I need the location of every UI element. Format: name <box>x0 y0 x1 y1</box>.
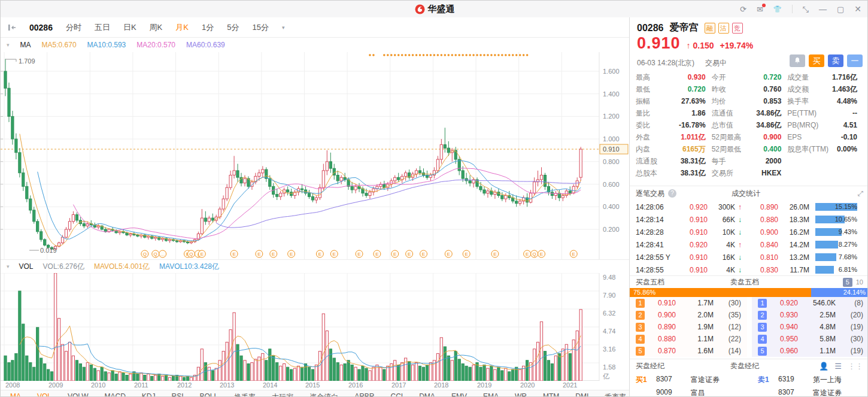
indicator-tab-资金流向[interactable]: 资金流向 <box>309 392 338 397</box>
indicator-tab-EMA[interactable]: EMA <box>483 392 499 397</box>
collapse-icon[interactable]: ⤡ <box>803 5 809 13</box>
indicator-tab-MA[interactable]: MA <box>10 392 21 397</box>
tab-weekk[interactable]: 周K <box>150 22 163 33</box>
ask-level-row[interactable]: 3 0.9404.8M(19) <box>752 321 868 333</box>
tab-1min[interactable]: 1分 <box>202 22 214 33</box>
stat-value: -- <box>852 109 863 117</box>
divider <box>630 359 868 359</box>
bid-ask-ratio-bar: 75.86% 24.14% <box>630 288 868 297</box>
indicator-tab-大玩家[interactable]: 大玩家 <box>272 392 293 397</box>
period-dropdown-caret[interactable]: ▾ <box>282 25 285 31</box>
badge-1: 沽 <box>718 23 729 34</box>
year-label: 2008 <box>5 381 20 389</box>
bid-level-row[interactable]: 1 0.9101.7M(30) <box>630 297 747 309</box>
indicator-tab-DMI[interactable]: DMI <box>575 392 588 397</box>
vol-collapse-caret[interactable]: ▾ <box>7 263 10 269</box>
sell-brokers-title: 卖盘经纪 <box>730 361 759 371</box>
indicator-tab-VOLW[interactable]: VOLW <box>68 392 88 397</box>
svg-text:E: E <box>465 251 468 257</box>
bid-level-row[interactable]: 2 0.9002.0M(35) <box>630 309 747 321</box>
year-label: 2009 <box>48 381 63 389</box>
indicator-tab-DMA[interactable]: DMA <box>419 392 435 397</box>
tab-monthk[interactable]: 月K <box>175 22 189 33</box>
tab-5min[interactable]: 5分 <box>227 22 239 33</box>
tick-row[interactable]: 14:28:55 Y0.91016K↓ 0.81013.2M 7.68% <box>630 251 868 263</box>
ask-level-row[interactable]: 5 0.9601.1M(19) <box>752 345 868 357</box>
minimize-button[interactable]: — <box>819 5 827 13</box>
stat-label: 今开 <box>712 72 726 83</box>
svg-text:1.400: 1.400 <box>603 90 620 98</box>
panel-collapse-icon[interactable] <box>8 24 16 31</box>
stats-row: 外盘1.011亿52周最高0.900EPS-0.10 <box>630 131 868 143</box>
stats-row: 流通股38.31亿每手2000 <box>630 155 868 167</box>
chart-toolbar: 00286 分时 五日 日K 周K 月K 1分 5分 15分 ▾ <box>1 17 629 38</box>
year-label: 2017 <box>391 381 406 389</box>
svg-text:E: E <box>318 251 321 257</box>
bid-level-row[interactable]: 4 0.8801.1M(22) <box>630 333 747 345</box>
broker-list-view-icon[interactable]: ☰ <box>834 362 842 371</box>
tab-5day[interactable]: 五日 <box>95 22 110 33</box>
mail-icon[interactable]: ✉ <box>757 5 763 13</box>
indicator-tab-EMV[interactable]: EMV <box>451 392 467 397</box>
dist-bar: 15.15% <box>815 203 858 211</box>
bid-level-row[interactable]: 5 0.8701.6M(14) <box>630 345 747 357</box>
indicator-tab-KDJ[interactable]: KDJ <box>142 392 156 397</box>
tab-dayk[interactable]: 日K <box>123 22 136 33</box>
broker-grid-view-icon[interactable]: ⋮⋮ <box>848 362 863 371</box>
ma-collapse-caret[interactable]: ▾ <box>7 42 10 48</box>
expand-icon[interactable]: ⤢ <box>857 189 863 198</box>
ask-level-row[interactable]: 4 0.9505.8M(30) <box>752 333 868 345</box>
close-button[interactable]: ✕ <box>854 5 861 13</box>
indicator-tab-乖离率[interactable]: 乖离率 <box>605 392 626 397</box>
indicator-tab-RSI[interactable]: RSI <box>171 392 183 397</box>
sell-button[interactable]: 卖 <box>828 54 843 67</box>
depth-5-toggle[interactable]: 5 <box>843 278 852 287</box>
tab-minute[interactable]: 分时 <box>66 22 81 33</box>
stat-value: 0.853 <box>763 97 787 105</box>
tick-row[interactable]: 14:28:280.91010K↓ 0.90016.2M 9.43% <box>630 226 868 238</box>
indicator-tab-ARBR[interactable]: ARBR <box>354 392 374 397</box>
stat-label: 最低 <box>636 84 650 95</box>
stat-label: 昨收 <box>712 84 726 95</box>
tick-row[interactable]: 14:28:410.9204K↑ 0.84014.2M 8.27% <box>630 238 868 251</box>
tab-15min[interactable]: 15分 <box>252 22 268 33</box>
titlebar-divider <box>792 5 793 13</box>
stat-label: 成交量 <box>787 72 809 83</box>
indicator-tab-WR[interactable]: WR <box>515 392 527 397</box>
last-price: 0.910 <box>637 34 681 53</box>
alert-bell-button[interactable] <box>790 54 805 67</box>
one-click-trade-button[interactable]: 一 <box>847 54 863 67</box>
bid-level-row[interactable]: 3 0.8901.9M(12) <box>630 321 747 333</box>
tick-row[interactable]: 14:28:550.9104K↓ 0.83011.7M 6.81% <box>630 263 868 276</box>
indicator-tab-BOLL[interactable]: BOLL <box>200 392 218 397</box>
depth-10-toggle[interactable]: 10 <box>856 278 863 286</box>
stats-row: 总股本38.31亿交易所HKEX <box>630 167 868 179</box>
svg-text:E: E <box>408 251 411 257</box>
ask-level-row[interactable]: 1 0.920546.0K(8) <box>752 297 868 309</box>
svg-text:…: … <box>160 251 165 257</box>
indicator-tab-MACD[interactable]: MACD <box>104 392 125 397</box>
candlestick-chart[interactable]: 1.6001.4001.2001.0000.8000.6000.4000.200… <box>1 52 629 259</box>
ask-level-row[interactable]: 2 0.9302.5M(20) <box>752 309 868 321</box>
refresh-icon[interactable]: ⟳ <box>740 5 746 13</box>
year-label: 2012 <box>177 381 192 389</box>
broker-person-icon[interactable]: 👤 <box>819 362 828 371</box>
indicator-tab-CCI[interactable]: CCI <box>391 392 403 397</box>
indicator-tab-MTM[interactable]: MTM <box>543 392 559 397</box>
indicator-tab-VOL[interactable]: VOL <box>37 392 51 397</box>
tick-row[interactable]: 14:28:140.91066K↓ 0.88018.3M 10.65% <box>630 213 868 226</box>
mail-notification-dot <box>762 4 766 7</box>
help-icon[interactable]: ? <box>668 189 676 198</box>
volume-chart[interactable]: 9.487.906.324.743.161.58亿 <box>1 273 629 381</box>
buy-button[interactable]: 买 <box>809 54 824 67</box>
indicator-tab-换手率[interactable]: 换手率 <box>234 392 256 397</box>
tick-row[interactable]: 14:28:060.920300K↑ 0.89026.0M 15.15% <box>630 201 868 213</box>
theme-icon[interactable]: 👕 <box>773 6 782 13</box>
svg-text:1.600: 1.600 <box>603 68 620 75</box>
svg-text:E: E <box>272 251 275 257</box>
maximize-button[interactable]: ▢ <box>837 5 844 13</box>
stat-value: -0.10 <box>841 133 863 141</box>
stock-code: 00286 <box>637 23 664 34</box>
stat-value: 0.720 <box>763 73 787 81</box>
ma-legend-row: ▾ MA MA5:0.670 MA10:0.593 MA20:0.570 MA6… <box>1 38 629 52</box>
